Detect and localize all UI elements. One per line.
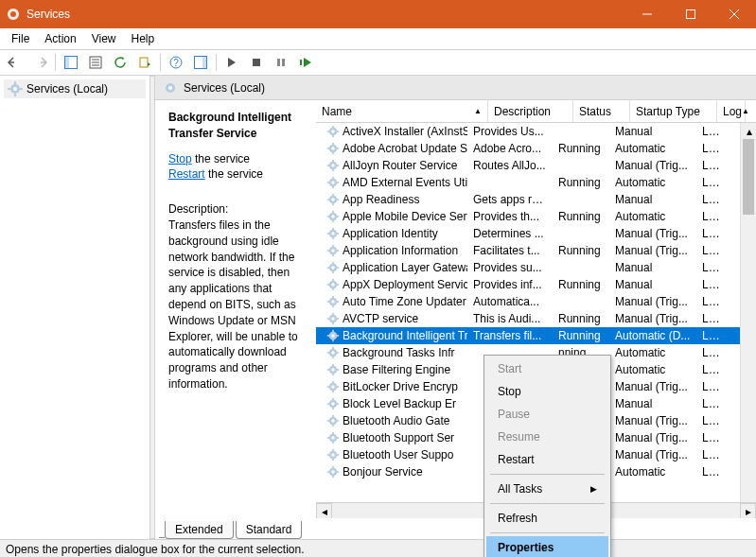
list-header: Name▲ Description Status Startup Type Lo…	[316, 100, 756, 123]
svg-rect-85	[337, 284, 340, 286]
service-row[interactable]: Application InformationFacilitates t...R…	[316, 242, 756, 259]
help-button[interactable]: ?	[165, 51, 187, 74]
show-hide-tree-button[interactable]	[60, 51, 82, 74]
service-row[interactable]: AVCTP serviceThis is Audi...RunningManua…	[316, 310, 756, 327]
svg-rect-130	[332, 415, 334, 418]
svg-rect-118	[332, 381, 334, 384]
close-button[interactable]	[712, 0, 756, 28]
svg-rect-109	[337, 352, 340, 354]
column-log-on-as[interactable]: Log ▲	[717, 100, 746, 122]
column-startup-type[interactable]: Startup Type	[630, 100, 717, 122]
svg-rect-43	[337, 165, 340, 166]
svg-point-25	[168, 86, 172, 90]
cm-all-tasks[interactable]: All Tasks▶	[486, 478, 608, 500]
nav-forward-button[interactable]	[28, 51, 51, 74]
menu-help[interactable]: Help	[124, 30, 163, 47]
svg-point-51	[331, 198, 335, 201]
svg-rect-35	[332, 152, 334, 155]
svg-rect-70	[332, 245, 334, 248]
menubar: File Action View Help	[0, 28, 756, 49]
svg-rect-47	[332, 186, 334, 189]
svg-point-93	[331, 317, 335, 321]
properties-button[interactable]	[84, 51, 107, 74]
svg-rect-151	[337, 471, 340, 473]
service-row[interactable]: ActiveX Installer (AxInstSV)Provides Us.…	[316, 123, 756, 140]
service-row[interactable]: Auto Time Zone UpdaterAutomatica...Manua…	[316, 293, 756, 310]
service-row[interactable]: AllJoyn Router ServiceRoutes AllJo...Man…	[316, 157, 756, 174]
scroll-right-icon[interactable]: ▸	[740, 503, 756, 518]
scroll-up-icon[interactable]: ▴	[741, 123, 756, 139]
svg-point-39	[331, 164, 335, 167]
service-row[interactable]: App ReadinessGets apps re...ManualLoc	[316, 191, 756, 208]
cm-refresh[interactable]: Refresh	[486, 507, 608, 530]
services-app-icon	[6, 7, 21, 22]
service-row[interactable]: Apple Mobile Device ServiceProvides th..…	[316, 208, 756, 225]
svg-rect-71	[332, 254, 334, 257]
svg-rect-67	[337, 233, 340, 235]
svg-point-87	[331, 300, 335, 304]
stop-service-link[interactable]: Stop	[168, 152, 192, 165]
svg-rect-131	[332, 425, 334, 427]
svg-rect-41	[332, 169, 334, 172]
svg-rect-53	[332, 203, 334, 206]
svg-rect-49	[337, 182, 340, 183]
selected-service-title: Background Intelligent Transfer Service	[168, 110, 307, 142]
sort-asc-icon: ▲	[474, 107, 482, 115]
svg-rect-46	[332, 177, 334, 180]
svg-rect-2	[687, 10, 695, 19]
svg-point-19	[13, 87, 17, 91]
pause-service-button[interactable]	[270, 51, 292, 74]
menu-action[interactable]: Action	[37, 30, 83, 47]
svg-rect-112	[332, 364, 334, 367]
svg-rect-72	[327, 250, 330, 252]
service-row[interactable]: AMD External Events UtilityRunningAutoma…	[316, 174, 756, 191]
column-status[interactable]: Status	[573, 100, 630, 122]
svg-rect-21	[14, 94, 16, 96]
tree-item-label: Services (Local)	[26, 82, 108, 96]
svg-rect-61	[337, 216, 340, 218]
cm-resume: Resume	[486, 426, 608, 448]
svg-rect-125	[332, 408, 334, 410]
svg-rect-55	[337, 199, 340, 200]
column-description[interactable]: Description	[488, 100, 573, 122]
menu-view[interactable]: View	[84, 30, 124, 47]
restart-service-link[interactable]: Restart	[168, 167, 205, 181]
tab-standard[interactable]: Standard	[236, 521, 303, 539]
svg-rect-15	[277, 59, 280, 66]
statusbar: Opens the properties dialogue box for th…	[0, 539, 756, 557]
start-service-button[interactable]	[220, 51, 243, 74]
restart-service-button[interactable]	[294, 51, 317, 74]
chevron-right-icon: ▶	[590, 484, 597, 494]
tab-extended[interactable]: Extended	[165, 521, 234, 539]
tree-item-services-local[interactable]: Services (Local)	[4, 79, 146, 98]
svg-rect-136	[332, 432, 334, 435]
service-row[interactable]: Application IdentityDetermines ...Manual…	[316, 225, 756, 242]
svg-rect-78	[327, 267, 330, 269]
menu-file[interactable]: File	[4, 30, 37, 47]
svg-rect-73	[337, 250, 340, 252]
nav-back-button[interactable]	[4, 51, 26, 74]
show-hide-action-pane-button[interactable]	[189, 51, 212, 74]
service-row[interactable]: Background Intelligent Tran...Transfers …	[316, 327, 756, 344]
cm-stop[interactable]: Stop	[486, 380, 608, 403]
cm-restart[interactable]: Restart	[486, 448, 608, 471]
service-row[interactable]: Application Layer Gateway ...Provides su…	[316, 259, 756, 276]
svg-rect-59	[332, 220, 334, 223]
toolbar: ?	[0, 49, 756, 76]
console-tree: Services (Local)	[0, 76, 149, 539]
minimize-button[interactable]	[625, 0, 669, 28]
cm-properties[interactable]: Properties	[486, 536, 608, 557]
scroll-left-icon[interactable]: ◂	[316, 503, 332, 518]
vertical-scrollbar[interactable]: ▴	[740, 123, 756, 502]
svg-rect-101	[332, 339, 334, 342]
svg-point-141	[331, 453, 335, 457]
svg-rect-120	[327, 386, 330, 388]
service-row[interactable]: AppX Deployment Service (...Provides inf…	[316, 276, 756, 293]
stop-service-button[interactable]	[245, 51, 268, 74]
maximize-button[interactable]	[669, 0, 712, 28]
export-list-button[interactable]	[133, 51, 156, 74]
svg-point-69	[331, 249, 335, 252]
refresh-button[interactable]	[109, 51, 132, 74]
service-row[interactable]: Adobe Acrobat Update Ser...Adobe Acro...…	[316, 140, 756, 157]
column-name[interactable]: Name▲	[316, 100, 488, 122]
